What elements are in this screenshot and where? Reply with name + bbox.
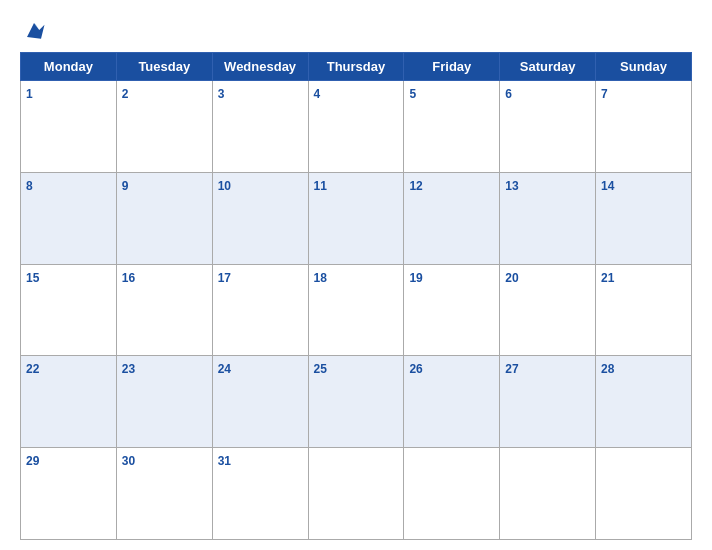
- logo: [20, 16, 52, 44]
- week-row-5: 293031: [21, 448, 692, 540]
- day-cell-2: 2: [116, 81, 212, 173]
- day-number: 24: [218, 362, 231, 376]
- day-cell-26: 26: [404, 356, 500, 448]
- week-row-2: 891011121314: [21, 172, 692, 264]
- weekday-header-monday: Monday: [21, 53, 117, 81]
- weekday-header-wednesday: Wednesday: [212, 53, 308, 81]
- day-number: 8: [26, 179, 33, 193]
- week-row-4: 22232425262728: [21, 356, 692, 448]
- day-cell-17: 17: [212, 264, 308, 356]
- day-number: 6: [505, 87, 512, 101]
- day-number: 5: [409, 87, 416, 101]
- day-cell-16: 16: [116, 264, 212, 356]
- day-number: 7: [601, 87, 608, 101]
- calendar-header: [20, 10, 692, 48]
- day-number: 26: [409, 362, 422, 376]
- day-cell-9: 9: [116, 172, 212, 264]
- day-number: 25: [314, 362, 327, 376]
- day-number: 1: [26, 87, 33, 101]
- day-number: 22: [26, 362, 39, 376]
- day-cell-empty: [404, 448, 500, 540]
- weekday-header-row: MondayTuesdayWednesdayThursdayFridaySatu…: [21, 53, 692, 81]
- day-number: 21: [601, 271, 614, 285]
- day-cell-7: 7: [596, 81, 692, 173]
- day-cell-18: 18: [308, 264, 404, 356]
- day-number: 30: [122, 454, 135, 468]
- weekday-header-saturday: Saturday: [500, 53, 596, 81]
- day-cell-empty: [596, 448, 692, 540]
- day-number: 13: [505, 179, 518, 193]
- day-cell-11: 11: [308, 172, 404, 264]
- weekday-header-friday: Friday: [404, 53, 500, 81]
- weekday-header-thursday: Thursday: [308, 53, 404, 81]
- day-number: 4: [314, 87, 321, 101]
- day-number: 29: [26, 454, 39, 468]
- day-cell-13: 13: [500, 172, 596, 264]
- day-cell-27: 27: [500, 356, 596, 448]
- day-number: 27: [505, 362, 518, 376]
- day-cell-12: 12: [404, 172, 500, 264]
- day-number: 18: [314, 271, 327, 285]
- calendar-table: MondayTuesdayWednesdayThursdayFridaySatu…: [20, 52, 692, 540]
- day-number: 10: [218, 179, 231, 193]
- day-number: 28: [601, 362, 614, 376]
- day-cell-24: 24: [212, 356, 308, 448]
- day-number: 15: [26, 271, 39, 285]
- day-cell-29: 29: [21, 448, 117, 540]
- day-cell-empty: [500, 448, 596, 540]
- day-cell-8: 8: [21, 172, 117, 264]
- week-row-1: 1234567: [21, 81, 692, 173]
- weekday-header-tuesday: Tuesday: [116, 53, 212, 81]
- logo-bird-icon: [20, 16, 48, 44]
- day-cell-19: 19: [404, 264, 500, 356]
- week-row-3: 15161718192021: [21, 264, 692, 356]
- weekday-header-sunday: Sunday: [596, 53, 692, 81]
- day-number: 12: [409, 179, 422, 193]
- day-number: 3: [218, 87, 225, 101]
- day-cell-1: 1: [21, 81, 117, 173]
- day-number: 14: [601, 179, 614, 193]
- day-cell-30: 30: [116, 448, 212, 540]
- day-number: 16: [122, 271, 135, 285]
- day-cell-10: 10: [212, 172, 308, 264]
- day-cell-22: 22: [21, 356, 117, 448]
- day-cell-25: 25: [308, 356, 404, 448]
- day-cell-14: 14: [596, 172, 692, 264]
- day-cell-empty: [308, 448, 404, 540]
- day-cell-21: 21: [596, 264, 692, 356]
- svg-marker-0: [27, 23, 45, 39]
- day-number: 17: [218, 271, 231, 285]
- day-cell-6: 6: [500, 81, 596, 173]
- day-cell-31: 31: [212, 448, 308, 540]
- day-number: 9: [122, 179, 129, 193]
- day-number: 23: [122, 362, 135, 376]
- day-cell-28: 28: [596, 356, 692, 448]
- day-cell-4: 4: [308, 81, 404, 173]
- day-number: 11: [314, 179, 327, 193]
- day-cell-3: 3: [212, 81, 308, 173]
- day-cell-20: 20: [500, 264, 596, 356]
- day-number: 2: [122, 87, 129, 101]
- day-number: 31: [218, 454, 231, 468]
- day-cell-15: 15: [21, 264, 117, 356]
- day-number: 19: [409, 271, 422, 285]
- day-cell-5: 5: [404, 81, 500, 173]
- day-number: 20: [505, 271, 518, 285]
- day-cell-23: 23: [116, 356, 212, 448]
